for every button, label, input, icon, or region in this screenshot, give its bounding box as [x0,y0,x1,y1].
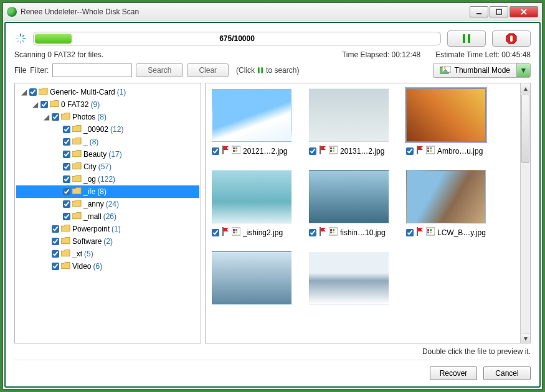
tree-checkbox[interactable] [52,113,59,121]
tree-item-genericmulticard[interactable]: ◢Generic- Multi-Card (1) [16,86,199,98]
files-scroll[interactable]: 20121…2.jpg20131…2.jpgAmbro…u.jpg_ishing… [206,83,520,343]
file-checkbox[interactable] [309,147,316,155]
svg-rect-27 [330,147,332,149]
tree-item-city[interactable]: City (57) [16,161,199,173]
picture-icon [329,227,338,238]
scroll-up-arrow[interactable]: ▴ [521,83,530,93]
file-thumbnail[interactable] [309,251,389,305]
file-checkbox[interactable] [406,229,414,236]
search-button[interactable]: Search [136,63,183,77]
time-left-label: Estimate Time Left: [435,50,500,59]
folder-icon [61,113,70,122]
folder-icon [72,138,82,147]
tree-item-beauty[interactable]: Beauty (17) [16,148,199,161]
scroll-down-arrow[interactable]: ▾ [521,333,530,343]
scroll-thumb[interactable] [521,95,529,163]
file-thumbnail[interactable]: LCW_B…y.jpg [406,170,486,238]
tree-item-og[interactable]: _og (122) [16,173,199,185]
pause-button[interactable] [447,30,486,47]
svg-rect-47 [330,231,332,233]
tree-item-mall[interactable]: _mall (26) [16,210,199,223]
folder-icon [72,125,82,134]
minimize-button[interactable] [470,6,488,17]
svg-point-18 [443,67,445,69]
svg-rect-22 [235,147,237,149]
thumbnail-image [406,170,486,223]
tree-checkbox[interactable] [29,88,37,96]
file-checkbox[interactable] [212,147,219,155]
tree-item-0fat32[interactable]: ◢0 FAT32 (9) [16,98,199,111]
file-thumbnail[interactable]: _ishing2.jpg [212,170,291,238]
collapse-icon[interactable]: ◢ [32,101,39,108]
time-left-value: 00:45:48 [501,50,531,59]
spinner-icon [14,32,27,45]
thumbnail-icon [440,66,451,75]
tree-checkbox[interactable] [63,126,70,133]
file-thumbnail[interactable]: Ambro…u.jpg [406,88,486,156]
collapse-icon[interactable]: ◢ [43,114,50,121]
svg-rect-34 [430,147,432,149]
svg-rect-36 [430,150,432,152]
filter-input[interactable] [52,63,132,77]
tree-label: _00902 [83,125,108,134]
svg-rect-31 [417,146,418,154]
tree-checkbox[interactable] [63,163,70,170]
file-thumbnail[interactable]: 20121…2.jpg [212,88,291,156]
tree-checkbox[interactable] [63,213,70,220]
clear-button[interactable]: Clear [187,63,229,77]
file-thumbnail[interactable] [212,251,291,305]
svg-line-5 [22,40,24,42]
tree-item-00902[interactable]: _00902 (12) [16,123,199,136]
folder-icon [39,88,48,97]
file-thumbnail[interactable]: fishin…10.jpg [309,170,389,238]
tree-item-[interactable]: _ (8) [16,136,199,148]
file-checkbox[interactable] [406,147,414,155]
tree-checkbox[interactable] [52,263,59,270]
file-checkbox[interactable] [309,229,316,236]
cancel-button[interactable]: Cancel [483,366,531,380]
svg-rect-13 [510,35,513,42]
svg-rect-42 [235,231,237,233]
folder-icon [72,175,82,184]
files-grid: 20121…2.jpg20131…2.jpgAmbro…u.jpg_ishing… [206,83,520,310]
file-thumbnail[interactable]: 20131…2.jpg [309,88,389,156]
file-name: fishin…10.jpg [340,228,389,237]
svg-rect-35 [427,150,429,152]
tree-item-software[interactable]: Software (2) [16,235,199,248]
tree-checkbox[interactable] [63,138,70,146]
tree-checkbox[interactable] [52,250,59,258]
tree-item-powerpoint[interactable]: Powerpoint (1) [16,223,199,235]
window-controls [470,6,538,17]
tree-item-anny[interactable]: _anny (24) [16,198,199,210]
vertical-scrollbar[interactable]: ▴ ▾ [520,83,530,343]
tree-checkbox[interactable] [52,225,59,233]
tree-count: (8) [97,113,107,121]
svg-rect-14 [258,67,260,73]
view-mode-selector[interactable]: Thumbnail Mode ▼ [433,63,531,78]
tree-item-video[interactable]: Video (6) [16,260,199,273]
folder-icon [72,200,82,209]
flag-icon [416,227,424,238]
tree-checkbox[interactable] [63,200,70,208]
tree-count: (26) [103,212,116,221]
tree-label: Beauty [83,150,107,159]
view-mode-dropdown[interactable]: ▼ [516,63,530,77]
picture-icon [329,146,338,156]
tree-checkbox[interactable] [63,188,70,195]
tree-item-photos[interactable]: ◢Photos (8) [16,111,199,123]
collapse-icon[interactable]: ◢ [21,89,27,96]
folder-tree[interactable]: ◢Generic- Multi-Card (1)◢0 FAT32 (9)◢Pho… [14,83,201,343]
close-button[interactable] [509,6,538,17]
stop-button[interactable] [492,30,531,47]
recover-button[interactable]: Recover [430,366,477,380]
tree-checkbox[interactable] [52,238,59,245]
file-checkbox[interactable] [212,229,219,236]
maximize-button[interactable] [490,6,508,17]
tree-checkbox[interactable] [63,151,70,158]
svg-rect-21 [233,147,235,149]
tree-checkbox[interactable] [40,101,48,108]
tree-item-ife[interactable]: _ife (8) [16,185,199,198]
tree-item-xt[interactable]: _xt (5) [16,248,199,260]
tree-checkbox[interactable] [63,175,70,183]
folder-icon [61,262,70,271]
